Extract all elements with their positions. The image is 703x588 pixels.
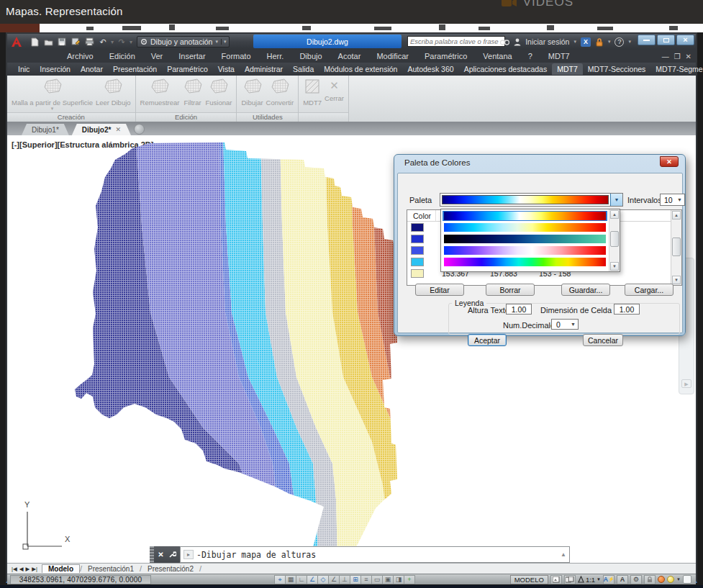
performance-icon[interactable]	[658, 576, 665, 583]
otrack-toggle[interactable]: ∠	[328, 575, 340, 584]
doc-restore-icon[interactable]: ❐	[674, 53, 681, 60]
ribbon-tab-vista[interactable]: Vista	[213, 63, 240, 75]
ducs-toggle[interactable]: ⊥	[339, 575, 350, 584]
accept-button[interactable]: Aceptar	[468, 334, 507, 346]
menu-archivo[interactable]: Archivo	[59, 52, 101, 60]
new-drawing-icon[interactable]	[29, 37, 40, 48]
autocad-logo[interactable]	[7, 35, 26, 49]
palette-option-3[interactable]	[443, 234, 607, 244]
layout-tab-presentacion1[interactable]: Presentación1	[82, 565, 140, 573]
ribbon-tab-parametrico[interactable]: Paramétrico	[162, 63, 213, 75]
ribbon-tab-presentacion[interactable]: Presentación	[108, 63, 162, 75]
ribbon-tab-salida[interactable]: Salida	[288, 63, 319, 75]
command-input[interactable]: ▸ -Dibujar mapa de alturas ▲	[180, 546, 570, 563]
restore-button[interactable]	[657, 35, 675, 45]
workspace-gear-icon[interactable]: ⚙	[630, 575, 642, 584]
ribbon-tab-administrar[interactable]: Administrar	[240, 63, 288, 75]
doc-close-icon[interactable]: ✕	[686, 53, 691, 60]
palette-option-4[interactable]	[443, 245, 607, 255]
help-search-input[interactable]	[407, 36, 505, 47]
minimize-button[interactable]	[638, 35, 656, 45]
menu-parametrico[interactable]: Paramétrico	[417, 52, 475, 60]
decimals-combo[interactable]: 0 ▼	[551, 319, 579, 330]
command-close-icon[interactable]: ✕	[158, 551, 163, 558]
quick-view-layouts-icon[interactable]	[564, 575, 576, 584]
snap-toggle[interactable]: ⌖	[274, 575, 286, 584]
intervals-combo[interactable]: 10 ▼	[660, 194, 685, 206]
plot-icon[interactable]	[83, 37, 95, 48]
dyn-toggle[interactable]: ⊞	[350, 575, 361, 584]
ribbon-button-fusionar[interactable]: Fusionar	[206, 78, 232, 107]
new-drawing-tab-button[interactable]	[134, 124, 145, 135]
ribbon-button-convertir[interactable]: Convertir	[266, 78, 294, 107]
palette-combo-dropdown-icon[interactable]: ▼	[610, 194, 622, 206]
popup-scroll-up-icon[interactable]: ▲	[610, 210, 619, 219]
tpy-toggle[interactable]: ▭	[371, 575, 383, 584]
close-button[interactable]: ×	[676, 35, 694, 45]
menu-herr[interactable]: Herr.	[259, 52, 292, 60]
menu-modificar[interactable]: Modificar	[368, 52, 417, 60]
decimals-dropdown-icon[interactable]: ▼	[571, 322, 578, 327]
am-toggle[interactable]: +	[404, 575, 415, 584]
save-icon[interactable]	[56, 37, 68, 48]
tab-close-icon[interactable]: ✕	[115, 126, 121, 133]
command-history-icon[interactable]: ▲	[561, 551, 566, 558]
scroll-thumb[interactable]	[672, 238, 681, 256]
delete-button[interactable]: Borrar	[486, 284, 535, 296]
lwt-toggle[interactable]: ≡	[360, 575, 372, 584]
ribbon-button-cerrar[interactable]: ✕Cerrar	[325, 78, 344, 102]
undo-icon[interactable]: ↶	[97, 37, 109, 48]
palette-option-1[interactable]	[443, 211, 607, 221]
quick-view-drawings-icon[interactable]	[550, 575, 562, 584]
menu-acotar[interactable]: Acotar	[330, 52, 369, 60]
menu-ventana[interactable]: Ventana	[475, 52, 520, 60]
palette-option-5[interactable]	[443, 257, 607, 267]
popup-scroll-thumb[interactable]	[610, 231, 619, 247]
intervals-dropdown-icon[interactable]: ▼	[677, 197, 684, 202]
osnap-toggle[interactable]: ◇	[317, 575, 329, 584]
menu-[interactable]: ?	[520, 52, 540, 60]
annotation-visibility-icon[interactable]: A⚡	[603, 575, 614, 584]
ribbon-tab-mdt7-secciones[interactable]: MDT7-Secciones	[583, 63, 651, 75]
palette-dropdown-popup[interactable]: ▲ ▼	[440, 209, 620, 272]
panel-expand-icon[interactable]: ▶	[681, 379, 691, 388]
cell-size-field[interactable]: 1.00	[614, 304, 640, 315]
next-layout-icon[interactable]: ▶	[26, 566, 30, 572]
comm-dropdown-icon[interactable]: ▾	[608, 39, 611, 45]
layout-tab-presentacion2[interactable]: Presentación2	[142, 565, 199, 573]
file-tab-dibujo2[interactable]: Dibujo2*✕	[72, 124, 131, 135]
grid-toggle[interactable]: ▦	[285, 575, 296, 584]
palette-option-2[interactable]	[443, 222, 607, 232]
ribbon-button-remuestrear[interactable]: Remuestrear	[140, 78, 180, 107]
ribbon-tab-insercion[interactable]: Inserción	[35, 63, 76, 75]
split-dropdown-icon[interactable]: ▾	[51, 107, 54, 110]
layout-tab-modelo[interactable]: Modelo	[42, 564, 80, 573]
ribbon-tab-mdt7-segmentos[interactable]: MDT7-Segmentos	[650, 63, 703, 75]
ribbon-button-dibujar[interactable]: Dibujar	[241, 78, 263, 107]
ribbon-button-leer-dibujo[interactable]: Leer Dibujo	[96, 78, 131, 107]
search-binoculars-icon[interactable]	[500, 38, 509, 45]
ribbon-tab-mdt7[interactable]: MDT7	[552, 63, 583, 75]
sign-in-dropdown-icon[interactable]: ▾	[573, 39, 576, 45]
first-layout-icon[interactable]: |◀	[12, 566, 17, 572]
menu-formato[interactable]: Formato	[214, 52, 259, 60]
save-as-icon[interactable]	[70, 37, 81, 48]
ribbon-tab-aplicaciones-destacadas[interactable]: Aplicaciones destacadas	[459, 63, 553, 75]
ribbon-tab-modulos-de-extension[interactable]: Módulos de extensión	[319, 63, 402, 75]
help-dropdown-icon[interactable]: ▾	[628, 39, 631, 45]
scale-dropdown-icon[interactable]: ▼	[597, 577, 601, 582]
help-icon[interactable]: ?	[614, 37, 624, 47]
open-icon[interactable]	[42, 37, 54, 48]
ribbon-button-filtrar[interactable]: Filtrar	[183, 78, 203, 107]
autoscale-icon[interactable]: A	[617, 575, 628, 584]
prev-layout-icon[interactable]: ◀	[19, 566, 24, 572]
redo-icon[interactable]: ↷	[116, 37, 127, 48]
qp-toggle[interactable]: ▣	[382, 575, 394, 584]
file-tab-dibujo1[interactable]: Dibujo1*	[22, 124, 69, 135]
text-height-field[interactable]: 1.00	[506, 304, 532, 315]
scroll-up-icon[interactable]: ▲	[672, 211, 681, 220]
edit-button[interactable]: Editar	[415, 284, 464, 296]
isolate-objects-icon[interactable]	[667, 576, 674, 583]
dialog-close-icon[interactable]: ✕	[660, 156, 679, 167]
redo-dropdown-icon[interactable]: ▾	[130, 39, 132, 45]
